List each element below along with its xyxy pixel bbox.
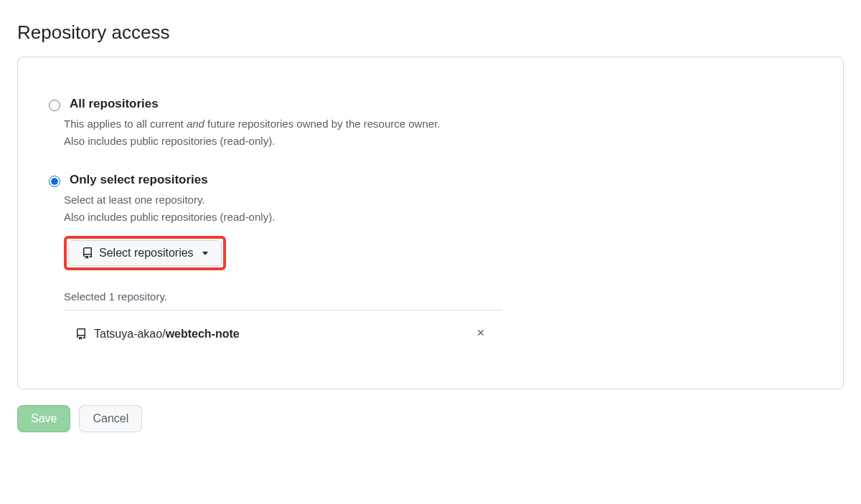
repo-owner: Tatsuya-akao [94,328,162,340]
radio-select-label[interactable]: Only select repositories [70,173,208,187]
desc-em: and [187,118,204,130]
radio-select-description: Select at least one repository. Also inc… [64,191,816,226]
desc-text: This applies to all current [64,118,187,130]
cancel-button[interactable]: Cancel [79,405,142,432]
remove-repo-button[interactable] [473,325,489,343]
desc-text: Also includes public repositories (read-… [64,211,275,223]
option-all-repositories: All repositories This applies to all cur… [45,97,816,150]
desc-text: future repositories owned by the resourc… [204,118,441,130]
selected-repositories-list: Tatsuya-akao/webtech-note [64,310,502,349]
repository-access-panel: All repositories This applies to all cur… [17,57,844,389]
radio-all-description: This applies to all current and future r… [64,115,816,150]
page-title: Repository access [17,22,844,44]
radio-all-repositories[interactable] [49,100,60,111]
repo-icon [82,247,93,259]
repo-name: webtech-note [166,328,240,340]
radio-all-label[interactable]: All repositories [70,97,159,111]
desc-text: Also includes public repositories (read-… [64,135,275,147]
repo-icon [75,328,87,340]
desc-text: Select at least one repository. [64,194,205,206]
select-repositories-label: Select repositories [99,247,194,260]
list-item: Tatsuya-akao/webtech-note [64,310,502,349]
select-repositories-highlight: Select repositories [64,236,226,270]
caret-down-icon [202,252,208,255]
footer-actions: Save Cancel [17,405,844,432]
select-repositories-button[interactable]: Select repositories [68,240,222,266]
close-icon [476,328,486,340]
selected-count-text: Selected 1 repository. [64,290,816,303]
save-button[interactable]: Save [17,405,70,432]
radio-select-repositories[interactable] [49,176,60,187]
option-select-repositories: Only select repositories Select at least… [45,173,816,349]
